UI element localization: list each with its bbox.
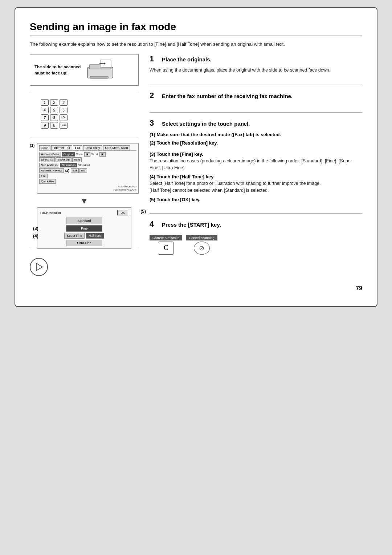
key-6: 6 [60,107,68,113]
res-options: Standard Fine (3) Super Fine Half Tone (… [40,218,128,246]
key-4: 4 [41,107,49,113]
btn-send-mode: ▣ [99,152,106,157]
panel-row-1: Address Book Original Scan: ▣ Send: ▣ [39,152,136,157]
tab-data-entry: Data Entry [83,145,102,150]
panel-row-6: Quick File [39,179,136,184]
panel-box: Scan Internet Fax Fax Data Entry USB Mem… [37,143,139,194]
keypad-section: 1 2 3 4 5 6 7 8 9 ✱ [30,91,139,133]
btn-original: Original [62,152,75,157]
btn-auto: Auto [72,157,82,162]
res-ok-btn[interactable]: OK [117,210,128,215]
step3-sub1: (1) Make sure that the desired mode ([Fa… [150,132,362,137]
callout-3: (3) [33,226,38,231]
mistake-area: Correct a mistake C Cancel scanning ⊘ [150,235,362,255]
label-scan: Scan: [76,153,83,156]
btn-file: File [39,174,48,178]
btn-scan-mode: ▣ [84,152,90,157]
callout-4: (4) [33,234,38,239]
key-5: 5 [50,107,58,113]
page-number: 79 [30,285,362,292]
step3-sub4-body: Select [Half Tone] for a photo or illust… [150,180,362,194]
arrow-down: ▼ [30,197,139,206]
res-fine-btn[interactable]: Fine [66,225,102,232]
step3-sub3-title: (3) Touch the [Fine] key. [150,151,362,157]
key-hash: #/P [60,122,68,129]
btn-address-book: Address Book [39,152,61,157]
res-half-tone-btn[interactable]: Half Tone [86,233,104,239]
start-key-section [30,249,139,278]
svg-rect-5 [90,76,108,78]
correct-mistake-box: Correct a mistake C [150,235,182,255]
step4-title: Press the [START] key. [162,222,221,228]
key-star: ✱ [41,122,49,129]
callout-5: (5) [140,209,146,214]
tab-fax: Fax [73,145,83,150]
step3-sub5-title: (5) Touch the [OK] key. [150,197,362,202]
step3-sub2-title: (2) Touch the [Resolution] key. [150,140,362,146]
step1-number: 1 [150,54,160,64]
scanner-label: The side to be scanned must be face up! [34,64,81,76]
key-8: 8 [50,114,58,121]
label-send: Send: [91,153,99,156]
touch-panel-section: (1) Scan Internet Fax Fax Data Entry USB… [30,138,139,249]
scanner-box: The side to be scanned must be face up! [30,54,139,86]
correct-mistake-label: Correct a mistake [150,235,182,240]
res-panel-header: Fax/Resolution OK [40,210,128,215]
key-1: 1 [41,99,49,106]
step3-sub1-title: (1) Make sure that the desired mode ([Fa… [150,132,362,137]
panel-row-5: File [39,174,136,178]
key-7: 7 [41,114,49,121]
right-column: 1 Place the originals. When using the do… [146,54,362,278]
btn-direct-tx: Direct TX [39,157,55,162]
step3-sub3-body: The resolution increases (producing a cl… [150,158,362,171]
panel-row-2: Direct TX Exposure Auto [39,157,136,162]
cancel-scanning-key[interactable]: ⊘ [194,242,210,255]
scanner-illustration [86,58,118,82]
step3-number: 3 [150,118,160,128]
step4-section: 4 Press the [START] key. Correct a mista… [150,219,362,255]
key-2: 2 [50,99,58,106]
keypad-row-4: ✱ 0 #/P [41,122,139,129]
step1-body: When using the document glass, place the… [150,67,362,74]
btn-resolution: Resolution [60,163,77,167]
page-title: Sending an image in fax mode [30,21,362,36]
btn-quick-file: Quick File [39,179,56,184]
panel-tabs: Scan Internet Fax Fax Data Entry USB Mem… [39,145,136,151]
btn-sub-address: Sub Address [39,163,59,167]
res-ultra-fine-btn[interactable]: Ultra Fine [66,240,102,246]
page: Sending an image in fax mode The followi… [15,7,377,307]
res-panel: Fax/Resolution OK Standard Fine (3) Supe… [37,207,131,249]
tab-usb: USB Mem. Scan [103,145,130,150]
btn-address-review: Address Review [39,168,64,173]
tab-internet-fax: Internet Fax [51,145,72,150]
svg-marker-6 [36,263,42,271]
step3-sub3: (3) Touch the [Fine] key. The resolution… [150,151,362,171]
label-standard: Standard [78,163,90,167]
callout-1: (1) [30,143,34,147]
btn-ms: ms [79,168,87,173]
step2-number: 2 [150,91,160,100]
cancel-scanning-box: Cancel scanning ⊘ [186,235,217,255]
step1-title: Place the originals. [162,56,212,62]
keypad-row-1: 1 2 3 [41,99,139,106]
cancel-scanning-label: Cancel scanning [186,235,217,240]
btn-exposure: Exposure [56,157,72,162]
scanner-section: The side to be scanned must be face up! [30,54,139,86]
res-super-fine-btn[interactable]: Super Fine [64,233,85,239]
content-area: The side to be scanned must be face up! [30,54,362,278]
step3-sub4: (4) Touch the [Half Tone] key. Select [H… [150,174,362,194]
start-circle-icon [30,258,48,276]
intro-text: The following example explains how to se… [30,41,362,47]
btn-bpt: Bpt [71,168,79,173]
res-standard-btn[interactable]: Standard [66,218,102,224]
correct-mistake-key[interactable]: C [158,242,174,255]
step3-title: Select settings in the touch panel. [162,121,250,127]
key-0: 0 [50,122,58,129]
panel-status: Auto ReceptionFax Memory:100% [39,185,136,191]
keypad-box: 1 2 3 4 5 6 7 8 9 ✱ [30,96,139,133]
step3-sub4-title: (4) Touch the [Half Tone] key. [150,174,362,179]
key-3: 3 [60,99,68,106]
callout-2-inline: (2) [65,169,69,173]
step3-sub2: (2) Touch the [Resolution] key. [150,140,362,146]
tab-scan: Scan [39,145,50,150]
